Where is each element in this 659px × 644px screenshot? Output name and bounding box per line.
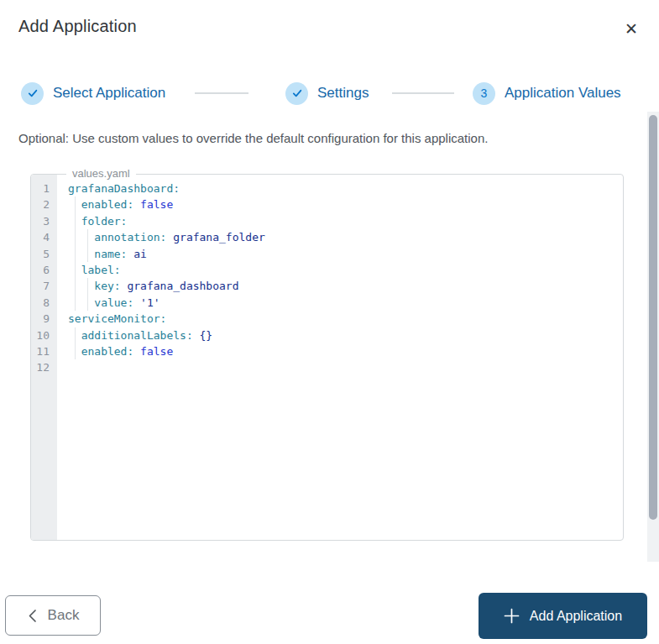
indent-guide bbox=[87, 229, 88, 245]
code-text: enabled: false bbox=[57, 196, 621, 212]
code-line: 8 value: '1' bbox=[31, 295, 621, 311]
line-number: 10 bbox=[31, 327, 57, 343]
step-circle: 3 bbox=[473, 82, 495, 105]
line-number: 3 bbox=[31, 213, 57, 229]
indent-guide bbox=[87, 295, 88, 311]
code-token: additionalLabels: bbox=[81, 329, 193, 342]
indent-guide bbox=[87, 278, 88, 294]
values-yaml-editor[interactable]: values.yaml 1 grafanaDashboard: 2 enable… bbox=[30, 174, 624, 541]
code-token bbox=[68, 296, 94, 309]
check-icon bbox=[291, 87, 303, 99]
code-token bbox=[133, 296, 140, 309]
step-label: Settings bbox=[317, 85, 369, 102]
code-token bbox=[133, 198, 140, 211]
close-icon: ✕ bbox=[625, 21, 638, 37]
indent-guide bbox=[75, 327, 76, 343]
code-token: {} bbox=[200, 329, 213, 342]
indent-guide bbox=[75, 295, 76, 311]
code-text: value: '1' bbox=[57, 295, 621, 311]
wizard-step[interactable]: Settings bbox=[285, 81, 369, 105]
code-text: name: ai bbox=[57, 246, 621, 262]
code-line: 6 label: bbox=[31, 262, 621, 278]
step-circle bbox=[285, 82, 308, 105]
code-text: enabled: false bbox=[57, 343, 621, 359]
code-token bbox=[68, 280, 94, 292]
indent-guide bbox=[75, 196, 76, 212]
code-line: 9 serviceMonitor: bbox=[31, 311, 621, 327]
code-token bbox=[68, 248, 94, 260]
code-token bbox=[133, 345, 140, 358]
line-number: 8 bbox=[31, 295, 57, 311]
code-token: serviceMonitor: bbox=[68, 312, 166, 325]
plus-icon bbox=[504, 608, 520, 624]
code-token: enabled: bbox=[81, 345, 134, 358]
step-number: 3 bbox=[481, 86, 488, 100]
code-text: folder: bbox=[57, 213, 621, 229]
line-number: 1 bbox=[31, 181, 57, 196]
add-application-dialog: Add Application ✕ Select Application Set… bbox=[0, 0, 659, 644]
code-token bbox=[68, 231, 94, 243]
wizard-stepper: Select Application Settings 3 Applicatio… bbox=[0, 81, 659, 105]
indent-guide bbox=[75, 343, 76, 359]
indent-guide bbox=[75, 213, 76, 229]
line-number: 6 bbox=[31, 262, 57, 278]
chevron-left-icon bbox=[27, 609, 38, 623]
line-number: 9 bbox=[31, 311, 57, 327]
close-button[interactable]: ✕ bbox=[617, 15, 646, 42]
code-line: 3 folder: bbox=[31, 213, 621, 229]
code-token: '1' bbox=[140, 296, 160, 309]
indent-guide bbox=[75, 229, 76, 245]
code-token: grafana_dashboard bbox=[127, 280, 238, 292]
indent-guide bbox=[75, 278, 76, 294]
add-application-button-label: Add Application bbox=[530, 609, 622, 624]
code-token: value: bbox=[94, 296, 133, 309]
code-line: 4 annotation: grafana_folder bbox=[31, 229, 621, 245]
code-token: annotation: bbox=[94, 231, 166, 243]
code-token: false bbox=[140, 345, 173, 358]
code-text: key: grafana_dashboard bbox=[57, 278, 621, 294]
code-token: false bbox=[140, 198, 173, 211]
step-label: Application Values bbox=[505, 85, 621, 102]
code-lines: 1 grafanaDashboard: 2 enabled: false 3 f… bbox=[31, 181, 621, 376]
back-button[interactable]: Back bbox=[5, 595, 101, 636]
line-number: 4 bbox=[31, 229, 57, 245]
code-token: ai bbox=[133, 248, 147, 260]
code-text: grafanaDashboard: bbox=[57, 181, 621, 196]
code-token: key: bbox=[94, 280, 120, 292]
indent-guide bbox=[75, 262, 76, 278]
code-line: 1 grafanaDashboard: bbox=[31, 181, 621, 196]
step-connector bbox=[195, 92, 248, 94]
code-text: serviceMonitor: bbox=[57, 311, 621, 327]
code-token bbox=[193, 329, 200, 342]
code-line: 11 enabled: false bbox=[31, 343, 621, 359]
back-button-label: Back bbox=[48, 607, 80, 624]
scrollbar-thumb[interactable] bbox=[649, 115, 657, 520]
page-title: Add Application bbox=[18, 17, 137, 36]
code-text: additionalLabels: {} bbox=[57, 327, 621, 343]
add-application-button[interactable]: Add Application bbox=[479, 593, 647, 639]
indent-guide bbox=[87, 246, 88, 262]
line-number: 5 bbox=[31, 246, 57, 262]
line-number: 7 bbox=[31, 278, 57, 294]
check-icon bbox=[27, 87, 39, 99]
code-line: 5 name: ai bbox=[31, 246, 621, 262]
code-token: grafanaDashboard: bbox=[68, 182, 180, 195]
code-token: grafana_folder bbox=[173, 231, 265, 243]
indent-guide bbox=[75, 246, 76, 262]
step-connector bbox=[392, 92, 454, 94]
optional-values-description: Optional: Use custom values to override … bbox=[18, 131, 488, 145]
line-number: 11 bbox=[31, 343, 57, 359]
wizard-step[interactable]: 3 Application Values bbox=[473, 81, 621, 105]
code-token: name: bbox=[94, 248, 127, 260]
wizard-step[interactable]: Select Application bbox=[21, 81, 165, 105]
code-text: label: bbox=[57, 262, 621, 278]
code-token: label: bbox=[81, 264, 121, 276]
code-line: 7 key: grafana_dashboard bbox=[31, 278, 621, 294]
line-number: 12 bbox=[31, 359, 57, 375]
code-line: 2 enabled: false bbox=[31, 196, 621, 212]
code-line: 10 additionalLabels: {} bbox=[31, 327, 621, 343]
code-token: enabled: bbox=[81, 198, 134, 211]
code-token: folder: bbox=[81, 215, 128, 228]
step-circle bbox=[21, 82, 44, 105]
filename-label: values.yaml bbox=[66, 167, 136, 180]
